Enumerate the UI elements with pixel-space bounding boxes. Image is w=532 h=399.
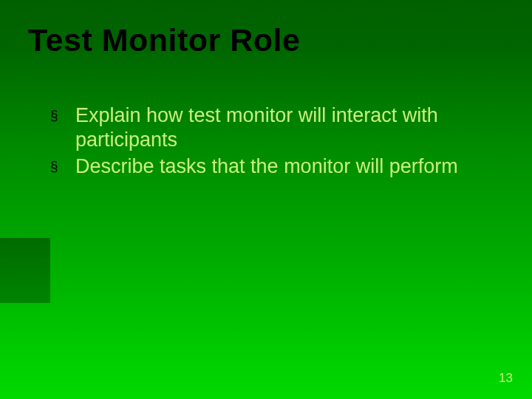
bullet-icon: § — [50, 159, 58, 173]
page-number: 13 — [499, 371, 513, 386]
slide-title: Test Monitor Role — [28, 22, 300, 58]
left-accent-line — [0, 282, 50, 283]
slide: Test Monitor Role § Explain how test mon… — [0, 0, 532, 399]
slide-body: § Explain how test monitor will interact… — [46, 103, 488, 181]
list-item: § Describe tasks that the monitor will p… — [46, 154, 488, 179]
bullet-list: § Explain how test monitor will interact… — [46, 103, 488, 179]
list-item-text: Explain how test monitor will interact w… — [75, 104, 438, 151]
bullet-icon: § — [50, 108, 58, 122]
list-item: § Explain how test monitor will interact… — [46, 103, 488, 152]
left-accent-bar — [0, 238, 50, 303]
left-accent-line — [0, 260, 50, 261]
list-item-text: Describe tasks that the monitor will per… — [75, 155, 458, 177]
